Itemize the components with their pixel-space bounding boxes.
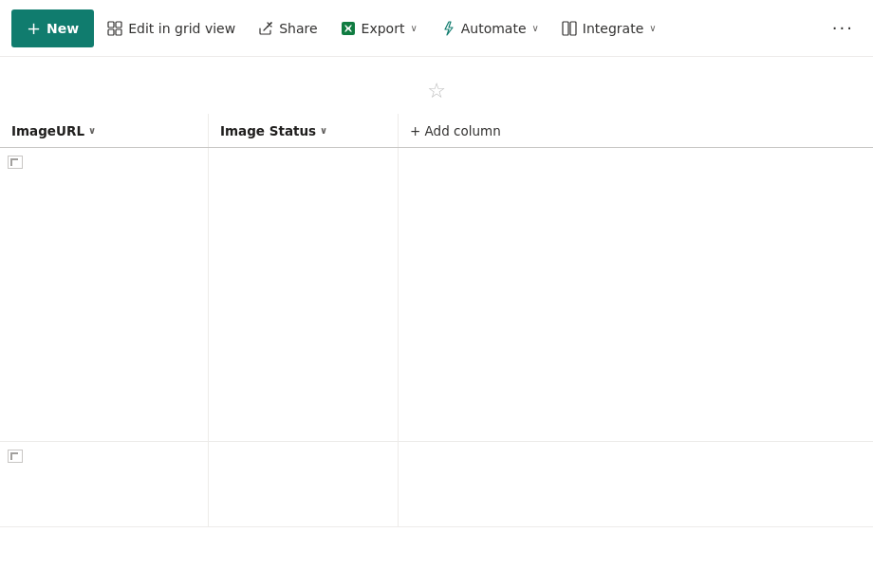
share-icon <box>258 21 273 36</box>
share-label: Share <box>279 21 317 36</box>
share-button[interactable]: Share <box>249 11 326 46</box>
integrate-icon <box>562 21 577 36</box>
column-header-imageurl[interactable]: ImageURL ∨ <box>0 114 209 147</box>
svg-rect-1 <box>116 22 121 28</box>
column-headers: ImageURL ∨ Image Status ∨ + Add column <box>0 114 873 148</box>
imageurl-caret-icon: ∨ <box>88 125 96 136</box>
table-row <box>0 148 873 442</box>
broken-image-1 <box>8 156 23 169</box>
more-options-button[interactable]: ··· <box>825 11 862 46</box>
imageurl-label: ImageURL <box>11 123 84 138</box>
column-header-image-status[interactable]: Image Status ∨ <box>209 114 399 147</box>
integrate-label: Integrate <box>583 21 643 36</box>
image-status-caret-icon: ∨ <box>320 125 327 136</box>
svg-rect-0 <box>108 22 114 28</box>
integrate-button[interactable]: Integrate ∨ <box>552 11 666 46</box>
edit-grid-view-button[interactable]: Edit in grid view <box>98 11 245 46</box>
image-status-label: Image Status <box>220 123 316 138</box>
plus-icon: + <box>27 20 41 37</box>
export-button[interactable]: Export ∨ <box>331 11 427 46</box>
cell-imageurl-2 <box>0 442 209 526</box>
cell-rest-1 <box>399 148 873 441</box>
more-label: ··· <box>832 18 854 38</box>
table-row <box>0 442 873 527</box>
cell-imageurl-1 <box>0 148 209 441</box>
toolbar: + New Edit in grid view Share Export ∨ <box>0 0 873 57</box>
integrate-caret: ∨ <box>649 23 656 33</box>
export-label: Export <box>362 21 405 36</box>
favorite-star-icon[interactable]: ☆ <box>427 79 446 102</box>
star-area: ☆ <box>0 57 873 114</box>
add-column-label: + Add column <box>410 123 501 138</box>
automate-label: Automate <box>461 21 527 36</box>
add-column-button[interactable]: + Add column <box>399 114 512 147</box>
cell-status-2 <box>209 442 399 526</box>
svg-rect-6 <box>570 22 576 35</box>
svg-rect-2 <box>108 29 114 35</box>
svg-rect-5 <box>563 22 568 35</box>
automate-button[interactable]: Automate ∨ <box>431 11 548 46</box>
cell-status-1 <box>209 148 399 441</box>
excel-icon <box>341 21 356 36</box>
table-body <box>0 148 873 527</box>
svg-rect-3 <box>116 29 121 35</box>
new-button[interactable]: + New <box>11 9 94 47</box>
automate-caret: ∨ <box>532 23 539 33</box>
automate-icon <box>440 21 455 36</box>
cell-rest-2 <box>399 442 873 526</box>
broken-image-2 <box>8 450 23 463</box>
export-caret: ∨ <box>410 23 417 33</box>
new-label: New <box>46 21 79 36</box>
edit-grid-label: Edit in grid view <box>128 21 235 36</box>
grid-icon <box>107 21 122 36</box>
